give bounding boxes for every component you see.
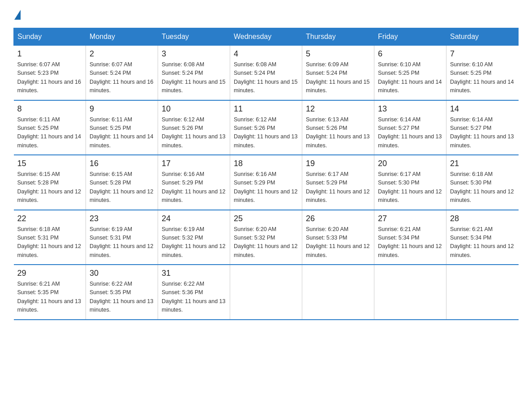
calendar-cell [446,265,519,320]
day-number: 9 [90,104,154,114]
calendar-cell: 14 Sunrise: 6:14 AMSunset: 5:27 PMDaylig… [446,100,519,155]
calendar-cell: 27 Sunrise: 6:21 AMSunset: 5:34 PMDaylig… [374,210,446,265]
day-info: Sunrise: 6:18 AMSunset: 5:30 PMDaylight:… [450,170,515,205]
day-info: Sunrise: 6:16 AMSunset: 5:29 PMDaylight:… [162,170,226,205]
calendar-cell: 5 Sunrise: 6:09 AMSunset: 5:24 PMDayligh… [302,46,374,100]
day-number: 14 [450,104,515,114]
calendar-cell: 8 Sunrise: 6:11 AMSunset: 5:25 PMDayligh… [14,100,86,155]
calendar-header-row: SundayMondayTuesdayWednesdayThursdayFrid… [14,28,519,46]
calendar-cell [302,265,374,320]
day-info: Sunrise: 6:15 AMSunset: 5:28 PMDaylight:… [90,170,154,205]
calendar-cell: 10 Sunrise: 6:12 AMSunset: 5:26 PMDaylig… [158,100,230,155]
logo-text [13,9,21,19]
day-number: 5 [306,49,370,59]
day-number: 3 [162,49,226,59]
day-number: 23 [90,214,154,223]
calendar-cell: 18 Sunrise: 6:16 AMSunset: 5:29 PMDaylig… [230,155,302,210]
calendar-cell: 16 Sunrise: 6:15 AMSunset: 5:28 PMDaylig… [86,155,158,210]
column-header-saturday: Saturday [446,28,519,46]
day-number: 24 [162,214,226,223]
day-number: 18 [234,159,298,168]
day-number: 31 [162,269,226,278]
day-number: 25 [234,214,298,223]
day-number: 19 [306,159,370,168]
day-info: Sunrise: 6:21 AMSunset: 5:35 PMDaylight:… [17,280,82,315]
calendar-cell: 23 Sunrise: 6:19 AMSunset: 5:31 PMDaylig… [86,210,158,265]
week-row-4: 22 Sunrise: 6:18 AMSunset: 5:31 PMDaylig… [14,210,519,265]
calendar-cell: 24 Sunrise: 6:19 AMSunset: 5:32 PMDaylig… [158,210,230,265]
calendar-cell: 19 Sunrise: 6:17 AMSunset: 5:29 PMDaylig… [302,155,374,210]
day-info: Sunrise: 6:21 AMSunset: 5:34 PMDaylight:… [378,225,442,260]
day-info: Sunrise: 6:12 AMSunset: 5:26 PMDaylight:… [162,116,226,150]
calendar-cell: 13 Sunrise: 6:14 AMSunset: 5:27 PMDaylig… [374,100,446,155]
calendar-cell [230,265,302,320]
calendar-cell: 2 Sunrise: 6:07 AMSunset: 5:24 PMDayligh… [86,46,158,100]
calendar-cell: 1 Sunrise: 6:07 AMSunset: 5:23 PMDayligh… [14,46,86,100]
day-info: Sunrise: 6:17 AMSunset: 5:29 PMDaylight:… [306,170,370,205]
calendar-cell: 25 Sunrise: 6:20 AMSunset: 5:32 PMDaylig… [230,210,302,265]
day-info: Sunrise: 6:19 AMSunset: 5:31 PMDaylight:… [90,225,154,260]
calendar-cell: 31 Sunrise: 6:22 AMSunset: 5:36 PMDaylig… [158,265,230,320]
calendar-cell: 6 Sunrise: 6:10 AMSunset: 5:25 PMDayligh… [374,46,446,100]
day-info: Sunrise: 6:09 AMSunset: 5:24 PMDaylight:… [306,60,370,95]
day-info: Sunrise: 6:14 AMSunset: 5:27 PMDaylight:… [378,116,442,150]
day-number: 1 [17,49,82,59]
day-number: 15 [17,159,82,168]
day-number: 22 [17,214,82,223]
column-header-friday: Friday [374,28,446,46]
day-number: 7 [450,49,515,59]
day-number: 10 [162,104,226,114]
calendar-cell: 15 Sunrise: 6:15 AMSunset: 5:28 PMDaylig… [14,155,86,210]
day-info: Sunrise: 6:21 AMSunset: 5:34 PMDaylight:… [450,225,515,260]
day-number: 12 [306,104,370,114]
logo-triangle-icon [14,10,21,20]
day-info: Sunrise: 6:11 AMSunset: 5:25 PMDaylight:… [17,116,82,150]
calendar-cell: 28 Sunrise: 6:21 AMSunset: 5:34 PMDaylig… [446,210,519,265]
day-info: Sunrise: 6:08 AMSunset: 5:24 PMDaylight:… [234,60,298,95]
column-header-sunday: Sunday [14,28,86,46]
calendar-cell: 17 Sunrise: 6:16 AMSunset: 5:29 PMDaylig… [158,155,230,210]
calendar-cell [374,265,446,320]
day-number: 28 [450,214,515,223]
calendar-cell: 12 Sunrise: 6:13 AMSunset: 5:26 PMDaylig… [302,100,374,155]
day-number: 30 [90,269,154,278]
day-number: 20 [378,159,442,168]
page-header [13,9,519,19]
calendar-cell: 21 Sunrise: 6:18 AMSunset: 5:30 PMDaylig… [446,155,519,210]
day-info: Sunrise: 6:07 AMSunset: 5:24 PMDaylight:… [90,60,154,95]
day-info: Sunrise: 6:12 AMSunset: 5:26 PMDaylight:… [234,116,298,150]
day-info: Sunrise: 6:14 AMSunset: 5:27 PMDaylight:… [450,116,515,150]
column-header-monday: Monday [86,28,158,46]
day-info: Sunrise: 6:10 AMSunset: 5:25 PMDaylight:… [450,60,515,95]
calendar-table: SundayMondayTuesdayWednesdayThursdayFrid… [13,28,519,320]
calendar-cell: 7 Sunrise: 6:10 AMSunset: 5:25 PMDayligh… [446,46,519,100]
column-header-tuesday: Tuesday [158,28,230,46]
day-info: Sunrise: 6:17 AMSunset: 5:30 PMDaylight:… [378,170,442,205]
day-number: 29 [17,269,82,278]
day-number: 16 [90,159,154,168]
day-number: 2 [90,49,154,59]
week-row-2: 8 Sunrise: 6:11 AMSunset: 5:25 PMDayligh… [14,100,519,155]
day-number: 13 [378,104,442,114]
day-info: Sunrise: 6:20 AMSunset: 5:32 PMDaylight:… [234,225,298,260]
calendar-cell: 11 Sunrise: 6:12 AMSunset: 5:26 PMDaylig… [230,100,302,155]
day-number: 6 [378,49,442,59]
column-header-thursday: Thursday [302,28,374,46]
calendar-cell: 4 Sunrise: 6:08 AMSunset: 5:24 PMDayligh… [230,46,302,100]
day-info: Sunrise: 6:22 AMSunset: 5:35 PMDaylight:… [90,280,154,315]
calendar-cell: 20 Sunrise: 6:17 AMSunset: 5:30 PMDaylig… [374,155,446,210]
day-info: Sunrise: 6:22 AMSunset: 5:36 PMDaylight:… [162,280,226,315]
day-info: Sunrise: 6:11 AMSunset: 5:25 PMDaylight:… [90,116,154,150]
calendar-cell: 3 Sunrise: 6:08 AMSunset: 5:24 PMDayligh… [158,46,230,100]
day-info: Sunrise: 6:15 AMSunset: 5:28 PMDaylight:… [17,170,82,205]
week-row-5: 29 Sunrise: 6:21 AMSunset: 5:35 PMDaylig… [14,265,519,320]
day-info: Sunrise: 6:13 AMSunset: 5:26 PMDaylight:… [306,116,370,150]
calendar-cell: 29 Sunrise: 6:21 AMSunset: 5:35 PMDaylig… [14,265,86,320]
column-header-wednesday: Wednesday [230,28,302,46]
day-info: Sunrise: 6:19 AMSunset: 5:32 PMDaylight:… [162,225,226,260]
day-info: Sunrise: 6:20 AMSunset: 5:33 PMDaylight:… [306,225,370,260]
day-info: Sunrise: 6:18 AMSunset: 5:31 PMDaylight:… [17,225,82,260]
calendar-cell: 30 Sunrise: 6:22 AMSunset: 5:35 PMDaylig… [86,265,158,320]
day-info: Sunrise: 6:07 AMSunset: 5:23 PMDaylight:… [17,60,82,95]
day-number: 27 [378,214,442,223]
